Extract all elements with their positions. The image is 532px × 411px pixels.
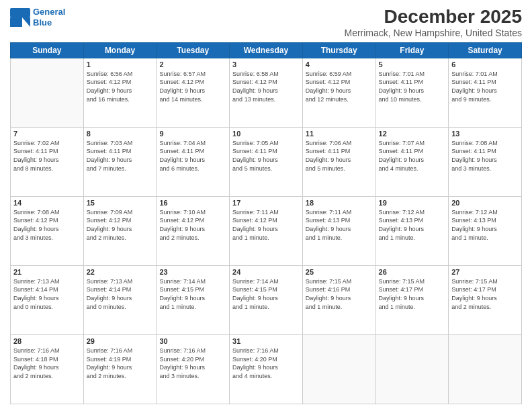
calendar-cell: 13Sunrise: 7:08 AM Sunset: 4:11 PM Dayli… <box>449 127 522 196</box>
day-number: 21 <box>13 268 81 276</box>
day-number: 26 <box>379 268 446 276</box>
day-number: 12 <box>379 130 446 138</box>
weekday-header: Saturday <box>449 42 522 58</box>
calendar-cell: 2Sunrise: 6:57 AM Sunset: 4:12 PM Daylig… <box>157 58 230 127</box>
day-number: 22 <box>87 268 154 276</box>
calendar-cell: 5Sunrise: 7:01 AM Sunset: 4:11 PM Daylig… <box>375 58 449 127</box>
day-info: Sunrise: 7:12 AM Sunset: 4:13 PM Dayligh… <box>379 208 446 242</box>
calendar-cell: 16Sunrise: 7:10 AM Sunset: 4:12 PM Dayli… <box>157 196 230 265</box>
day-info: Sunrise: 7:16 AM Sunset: 4:19 PM Dayligh… <box>87 347 154 380</box>
location-title: Merrimack, New Hampshire, United States <box>344 28 522 38</box>
day-info: Sunrise: 7:08 AM Sunset: 4:12 PM Dayligh… <box>13 208 81 242</box>
day-info: Sunrise: 7:04 AM Sunset: 4:11 PM Dayligh… <box>159 139 226 173</box>
calendar-cell: 15Sunrise: 7:09 AM Sunset: 4:12 PM Dayli… <box>83 196 157 265</box>
month-title: December 2025 <box>344 7 522 28</box>
title-section: December 2025 Merrimack, New Hampshire, … <box>344 7 522 38</box>
calendar-cell: 1Sunrise: 6:56 AM Sunset: 4:12 PM Daylig… <box>83 58 157 127</box>
day-info: Sunrise: 6:57 AM Sunset: 4:12 PM Dayligh… <box>159 70 226 103</box>
day-number: 29 <box>87 337 154 345</box>
weekday-header: Tuesday <box>157 42 230 58</box>
day-number: 4 <box>306 60 373 68</box>
calendar-header-row: SundayMondayTuesdayWednesdayThursdayFrid… <box>11 42 522 58</box>
calendar-cell <box>449 334 522 404</box>
day-number: 1 <box>87 60 154 68</box>
logo: General Blue <box>10 7 65 28</box>
calendar-cell: 4Sunrise: 6:59 AM Sunset: 4:12 PM Daylig… <box>302 58 375 127</box>
day-number: 14 <box>13 199 81 207</box>
calendar-table: SundayMondayTuesdayWednesdayThursdayFrid… <box>10 42 522 404</box>
calendar-cell: 3Sunrise: 6:58 AM Sunset: 4:12 PM Daylig… <box>230 58 303 127</box>
page: General Blue December 2025 Merrimack, Ne… <box>0 0 532 411</box>
weekday-header: Wednesday <box>230 42 303 58</box>
day-info: Sunrise: 7:01 AM Sunset: 4:11 PM Dayligh… <box>379 70 446 103</box>
calendar-cell: 17Sunrise: 7:11 AM Sunset: 4:12 PM Dayli… <box>230 196 303 265</box>
day-number: 24 <box>232 268 300 276</box>
day-info: Sunrise: 6:58 AM Sunset: 4:12 PM Dayligh… <box>232 70 300 103</box>
weekday-header: Thursday <box>302 42 375 58</box>
day-number: 10 <box>232 130 300 138</box>
header: General Blue December 2025 Merrimack, Ne… <box>10 7 522 38</box>
day-info: Sunrise: 7:15 AM Sunset: 4:17 PM Dayligh… <box>379 277 446 311</box>
day-number: 18 <box>306 199 373 207</box>
day-info: Sunrise: 7:09 AM Sunset: 4:12 PM Dayligh… <box>87 208 154 242</box>
day-info: Sunrise: 7:08 AM Sunset: 4:11 PM Dayligh… <box>451 139 519 173</box>
calendar-cell: 30Sunrise: 7:16 AM Sunset: 4:20 PM Dayli… <box>157 334 230 404</box>
calendar-cell: 7Sunrise: 7:02 AM Sunset: 4:11 PM Daylig… <box>11 127 84 196</box>
day-number: 25 <box>306 268 373 276</box>
day-number: 15 <box>87 199 154 207</box>
day-number: 17 <box>232 199 300 207</box>
calendar-cell: 22Sunrise: 7:13 AM Sunset: 4:14 PM Dayli… <box>83 265 157 334</box>
svg-rect-2 <box>10 17 22 27</box>
day-number: 28 <box>13 337 81 345</box>
day-info: Sunrise: 7:15 AM Sunset: 4:17 PM Dayligh… <box>451 277 519 311</box>
calendar-cell <box>302 334 375 404</box>
day-info: Sunrise: 7:16 AM Sunset: 4:20 PM Dayligh… <box>159 347 226 380</box>
calendar-cell: 25Sunrise: 7:15 AM Sunset: 4:16 PM Dayli… <box>302 265 375 334</box>
day-number: 3 <box>232 60 300 68</box>
day-number: 11 <box>306 130 373 138</box>
day-info: Sunrise: 7:14 AM Sunset: 4:15 PM Dayligh… <box>159 277 226 311</box>
day-info: Sunrise: 7:13 AM Sunset: 4:14 PM Dayligh… <box>87 277 154 311</box>
day-number: 16 <box>159 199 226 207</box>
calendar-cell: 19Sunrise: 7:12 AM Sunset: 4:13 PM Dayli… <box>375 196 449 265</box>
day-number: 31 <box>232 337 300 345</box>
calendar-cell: 26Sunrise: 7:15 AM Sunset: 4:17 PM Dayli… <box>375 265 449 334</box>
day-info: Sunrise: 7:13 AM Sunset: 4:14 PM Dayligh… <box>13 277 81 311</box>
calendar-cell: 8Sunrise: 7:03 AM Sunset: 4:11 PM Daylig… <box>83 127 157 196</box>
calendar-week-row: 1Sunrise: 6:56 AM Sunset: 4:12 PM Daylig… <box>11 58 522 127</box>
weekday-header: Sunday <box>11 42 84 58</box>
calendar-cell: 23Sunrise: 7:14 AM Sunset: 4:15 PM Dayli… <box>157 265 230 334</box>
svg-rect-0 <box>10 8 30 17</box>
day-number: 23 <box>159 268 226 276</box>
calendar-week-row: 7Sunrise: 7:02 AM Sunset: 4:11 PM Daylig… <box>11 127 522 196</box>
day-info: Sunrise: 7:05 AM Sunset: 4:11 PM Dayligh… <box>232 139 300 173</box>
day-info: Sunrise: 6:59 AM Sunset: 4:12 PM Dayligh… <box>306 70 373 103</box>
calendar-cell: 12Sunrise: 7:07 AM Sunset: 4:11 PM Dayli… <box>375 127 449 196</box>
day-info: Sunrise: 7:01 AM Sunset: 4:11 PM Dayligh… <box>451 70 519 103</box>
calendar-cell: 21Sunrise: 7:13 AM Sunset: 4:14 PM Dayli… <box>11 265 84 334</box>
day-number: 7 <box>13 130 81 138</box>
calendar-cell: 11Sunrise: 7:06 AM Sunset: 4:11 PM Dayli… <box>302 127 375 196</box>
day-info: Sunrise: 7:06 AM Sunset: 4:11 PM Dayligh… <box>306 139 373 173</box>
day-number: 20 <box>451 199 519 207</box>
calendar-cell: 18Sunrise: 7:11 AM Sunset: 4:13 PM Dayli… <box>302 196 375 265</box>
day-info: Sunrise: 7:16 AM Sunset: 4:20 PM Dayligh… <box>232 347 300 380</box>
calendar-cell: 6Sunrise: 7:01 AM Sunset: 4:11 PM Daylig… <box>449 58 522 127</box>
day-number: 6 <box>451 60 519 68</box>
day-info: Sunrise: 7:12 AM Sunset: 4:13 PM Dayligh… <box>451 208 519 242</box>
calendar-cell: 27Sunrise: 7:15 AM Sunset: 4:17 PM Dayli… <box>449 265 522 334</box>
calendar-cell <box>375 334 449 404</box>
calendar-cell: 24Sunrise: 7:14 AM Sunset: 4:15 PM Dayli… <box>230 265 303 334</box>
weekday-header: Monday <box>83 42 157 58</box>
svg-marker-1 <box>22 17 30 27</box>
calendar-cell: 29Sunrise: 7:16 AM Sunset: 4:19 PM Dayli… <box>83 334 157 404</box>
day-info: Sunrise: 7:14 AM Sunset: 4:15 PM Dayligh… <box>232 277 300 311</box>
day-number: 2 <box>159 60 226 68</box>
day-number: 5 <box>379 60 446 68</box>
day-number: 9 <box>159 130 226 138</box>
day-info: Sunrise: 7:02 AM Sunset: 4:11 PM Dayligh… <box>13 139 81 173</box>
calendar-cell: 28Sunrise: 7:16 AM Sunset: 4:18 PM Dayli… <box>11 334 84 404</box>
day-info: Sunrise: 7:07 AM Sunset: 4:11 PM Dayligh… <box>379 139 446 173</box>
calendar-cell: 20Sunrise: 7:12 AM Sunset: 4:13 PM Dayli… <box>449 196 522 265</box>
calendar-week-row: 14Sunrise: 7:08 AM Sunset: 4:12 PM Dayli… <box>11 196 522 265</box>
